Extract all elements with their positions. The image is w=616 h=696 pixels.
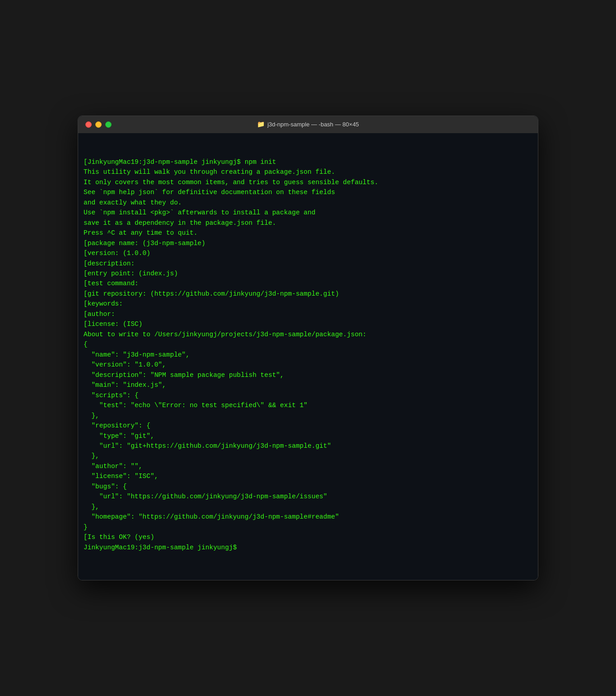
terminal-line: "scripts": { [84, 390, 532, 400]
terminal-line: "type": "git", [84, 431, 532, 441]
title-bar: 📁 j3d-npm-sample — -bash — 80×45 [78, 116, 538, 133]
terminal-line: [test command: [84, 278, 532, 288]
terminal-line: "main": "index.js", [84, 380, 532, 390]
terminal-line: It only covers the most common items, an… [84, 177, 532, 187]
terminal-body[interactable]: [JinkyungMac19:j3d-npm-sample jinkyungj$… [78, 133, 538, 580]
terminal-line: [keywords: [84, 299, 532, 309]
terminal-line: "description": "NPM sample package publi… [84, 370, 532, 380]
terminal-line: "homepage": "https://github.com/jinkyung… [84, 512, 532, 522]
terminal-line: }, [84, 411, 532, 421]
minimize-button[interactable] [95, 121, 102, 128]
terminal-output: [JinkyungMac19:j3d-npm-sample jinkyungj$… [84, 157, 532, 552]
terminal-line: [Is this OK? (yes) [84, 532, 532, 542]
terminal-line: "name": "j3d-npm-sample", [84, 350, 532, 360]
terminal-line: Use `npm install <pkg>` afterwards to in… [84, 208, 532, 218]
terminal-window: 📁 j3d-npm-sample — -bash — 80×45 [Jinkyu… [78, 116, 538, 580]
terminal-line: See `npm help json` for definitive docum… [84, 187, 532, 197]
terminal-line: This utility will walk you through creat… [84, 167, 532, 177]
terminal-line: [author: [84, 309, 532, 319]
terminal-line: "repository": { [84, 421, 532, 431]
terminal-line: [JinkyungMac19:j3d-npm-sample jinkyungj$… [84, 157, 532, 167]
terminal-line: "bugs": { [84, 482, 532, 492]
maximize-button[interactable] [105, 121, 112, 128]
title-bar-folder-icon: 📁 [257, 121, 265, 128]
terminal-line: } [84, 522, 532, 532]
terminal-line: }, [84, 451, 532, 461]
terminal-line: [entry point: (index.js) [84, 269, 532, 278]
terminal-line: }, [84, 502, 532, 512]
terminal-line: "author": "", [84, 461, 532, 471]
terminal-line: [git repository: (https://github.com/jin… [84, 289, 532, 299]
terminal-line: "version": "1.0.0", [84, 360, 532, 370]
window-title: j3d-npm-sample — -bash — 80×45 [267, 121, 359, 128]
terminal-line: { [84, 339, 532, 349]
terminal-line: JinkyungMac19:j3d-npm-sample jinkyungj$ [84, 543, 532, 552]
traffic-lights [85, 121, 112, 128]
terminal-line: Press ^C at any time to quit. [84, 228, 532, 238]
terminal-line: save it as a dependency in the package.j… [84, 218, 532, 228]
terminal-line: "url": "git+https://github.com/jinkyung/… [84, 441, 532, 451]
terminal-line: [description: [84, 259, 532, 269]
terminal-line: [license: (ISC) [84, 319, 532, 329]
terminal-line: "test": "echo \"Error: no test specified… [84, 400, 532, 410]
terminal-line: "url": "https://github.com/jinkyung/j3d-… [84, 492, 532, 501]
terminal-line: About to write to /Users/jinkyungj/proje… [84, 329, 532, 339]
close-button[interactable] [85, 121, 92, 128]
terminal-line: and exactly what they do. [84, 198, 532, 208]
terminal-line: [package name: (j3d-npm-sample) [84, 238, 532, 248]
terminal-line: "license": "ISC", [84, 471, 532, 481]
terminal-line: [version: (1.0.0) [84, 248, 532, 258]
